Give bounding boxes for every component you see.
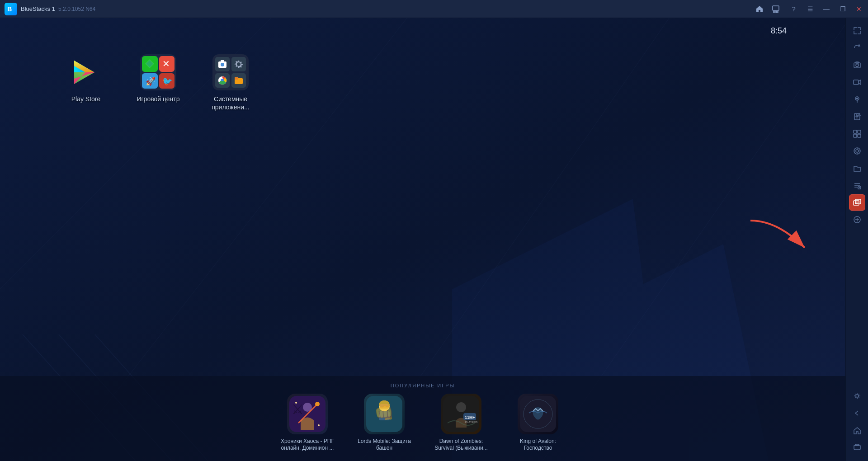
game-lords-mobile-label: Lords Mobile: Защита башен (355, 438, 414, 452)
svg-rect-4 (776, 11, 778, 13)
svg-text:APK: APK (855, 114, 861, 117)
svg-rect-26 (221, 60, 224, 62)
game-king-avalon-label: King of Avalon: Господство (509, 438, 567, 452)
arrow-indicator (741, 212, 814, 268)
recents-button[interactable] (849, 439, 865, 456)
settings2-button[interactable] (849, 126, 865, 142)
svg-rect-30 (235, 77, 238, 80)
svg-rect-64 (858, 130, 861, 133)
app-icons-area: Play Store (63, 54, 253, 111)
multi-instance-button[interactable] (849, 194, 865, 211)
game-king-avalon[interactable]: King of Avalon: Господство (509, 394, 567, 452)
system-apps-icon[interactable]: Системные приложени... (208, 54, 253, 111)
svg-marker-20 (146, 60, 153, 67)
svg-text:B: B (7, 5, 12, 13)
svg-point-37 (318, 424, 320, 426)
popular-games-label: ПОПУЛЯРНЫЕ ИГРЫ (0, 383, 845, 388)
games-row: ⚔ Хроники Хаоса - РПГ онлайн. Доминион .… (0, 394, 845, 461)
video-button[interactable] (849, 74, 865, 90)
svg-point-53 (856, 64, 859, 67)
system-apps-label: Системные приложени... (208, 95, 253, 111)
svg-rect-3 (774, 11, 775, 13)
back-button[interactable] (849, 405, 865, 421)
game-dawn-zombies-label: Dawn of Zombies: Survival (Выживани... (432, 438, 491, 452)
location-button[interactable] (849, 91, 865, 108)
svg-text:⚔: ⚔ (292, 402, 304, 417)
play-store-icon[interactable]: Play Store (63, 54, 108, 103)
play-store-app-icon (68, 54, 104, 90)
svg-point-68 (856, 150, 859, 152)
game-center-label: Игровой центр (137, 95, 179, 103)
game-chronicles-chaos-label: Хроники Хаоса - РПГ онлайн. Доминион ... (278, 438, 337, 452)
game-center-app-icon: ✕ 🚀 🐦 (140, 54, 176, 90)
main-area: 8:54 (0, 18, 868, 461)
svg-text:PLAYERS: PLAYERS (465, 421, 477, 423)
extension-button[interactable] (849, 212, 865, 228)
game-chronicles-chaos[interactable]: ⚔ Хроники Хаоса - РПГ онлайн. Доминион .… (278, 394, 337, 452)
time-display: 8:54 (771, 26, 787, 36)
apk-install-button[interactable]: APK (849, 108, 865, 125)
app-title: BlueStacks 1 5.2.0.1052 N64 (21, 5, 755, 12)
restore-button[interactable]: ❐ (838, 5, 847, 14)
popular-games-section: ПОПУЛЯРНЫЕ ИГРЫ (0, 376, 845, 461)
game-lords-mobile[interactable]: 👊 Lords Mobile: Защита башен (355, 394, 414, 452)
svg-rect-66 (858, 134, 861, 137)
svg-rect-63 (854, 130, 857, 133)
android-screen[interactable]: 8:54 (0, 18, 845, 461)
rotate-button[interactable] (849, 40, 865, 56)
svg-rect-55 (854, 80, 859, 85)
bluestacks-logo-icon: B (5, 3, 17, 15)
svg-text:👊: 👊 (374, 404, 394, 423)
macro-button[interactable] (849, 143, 865, 159)
home-nav-icon[interactable] (755, 5, 764, 14)
multiwindow-nav-icon[interactable] (771, 5, 780, 14)
system-apps-app-icon (212, 54, 249, 90)
svg-point-35 (315, 402, 320, 406)
play-store-label: Play Store (71, 95, 101, 103)
svg-rect-65 (854, 134, 857, 137)
close-button[interactable]: ✕ (854, 5, 863, 14)
minimize-button[interactable]: — (822, 5, 831, 14)
script-button[interactable] (849, 177, 865, 193)
home-button[interactable] (849, 422, 865, 438)
app-settings-button[interactable] (849, 388, 865, 404)
svg-text:🐦: 🐦 (162, 76, 172, 86)
svg-text:✕: ✕ (162, 59, 170, 69)
svg-rect-2 (773, 6, 779, 10)
svg-point-45 (456, 402, 466, 412)
expand-button[interactable] (849, 23, 865, 39)
titlebar: B BlueStacks 1 5.2.0.1052 N64 ? ☰ — ❐ ✕ (0, 0, 868, 18)
svg-point-84 (856, 395, 859, 397)
svg-point-57 (856, 98, 858, 99)
right-sidebar: APK (845, 18, 868, 461)
svg-point-25 (221, 63, 224, 66)
help-button[interactable]: ? (789, 5, 798, 14)
svg-text:🚀: 🚀 (146, 76, 155, 86)
screenshot-button[interactable] (849, 57, 865, 73)
menu-button[interactable]: ☰ (806, 5, 815, 14)
game-center-icon[interactable]: ✕ 🚀 🐦 (136, 54, 181, 103)
folder-button[interactable] (849, 160, 865, 176)
svg-text:11M+: 11M+ (465, 415, 475, 420)
game-dawn-zombies[interactable]: 11M+ PLAYERS Dawn of Zombies: Survival (… (432, 394, 491, 452)
